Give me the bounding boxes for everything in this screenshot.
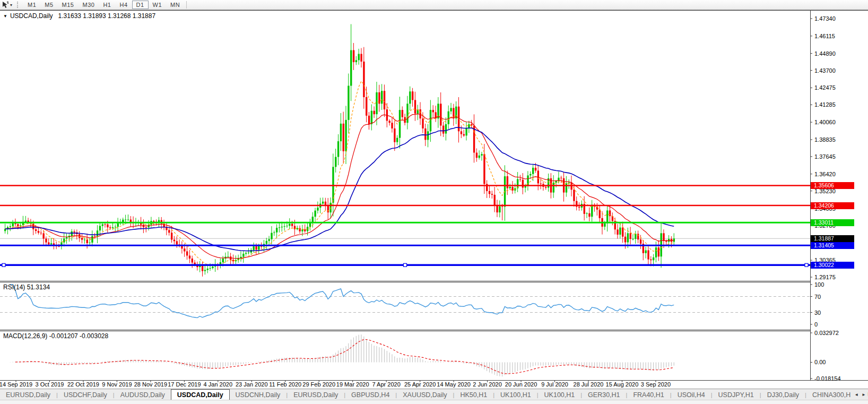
macd-panel[interactable] — [10, 334, 674, 376]
chart-tab-usoil-h4[interactable]: USOil,H4 — [672, 389, 711, 400]
chart-tab-eurusd-daily[interactable]: EURUSD,Daily — [288, 389, 344, 400]
rsi-line — [10, 285, 674, 318]
date-axis-label: 25 Apr 2020 — [404, 381, 436, 388]
chart-tab-fra40-h1[interactable]: FRA40,H1 — [627, 389, 670, 400]
date-axis-label: 4 Jan 2020 — [204, 381, 232, 388]
toolbar-grip[interactable] — [17, 2, 21, 8]
date-axis-label: 20 Jun 2020 — [505, 381, 537, 388]
price-level-badge-1-30022: 1.30022 — [811, 262, 854, 269]
status-strip — [0, 400, 868, 404]
chart-tab-dj30-daily[interactable]: DJ30,Daily — [761, 389, 805, 400]
panel-borders — [0, 10, 868, 382]
mt4-terminal: ▾ M1M5M15M30H1H4D1W1MN ▼USDCAD,Daily1.31… — [0, 0, 868, 404]
timeframe-button-w1[interactable]: W1 — [149, 1, 167, 9]
price-axis-tick: 1.37645 — [814, 153, 836, 160]
rsi-indicator-value: 51.3134 — [27, 283, 50, 291]
price-axis-tick: 1.46115 — [814, 33, 835, 39]
timeframe-button-m15[interactable]: M15 — [58, 1, 79, 9]
indicator-axis-tick: 100 — [814, 281, 824, 288]
chart-title-bar: ▼USDCAD,Daily1.31633 1.31893 1.31268 1.3… — [3, 12, 155, 20]
ma-line-8 — [5, 81, 674, 266]
timeframe-button-mn[interactable]: MN — [166, 1, 184, 9]
price-level-badge-1-31887: 1.31887 — [811, 235, 854, 242]
date-axis-label: 28 Jul 2020 — [574, 381, 604, 388]
price-axis-tick: 1.41285 — [814, 101, 836, 108]
indicator-axis-tick: 0.032972 — [814, 330, 839, 336]
tab-scroll-right-icon[interactable]: ► — [862, 392, 866, 397]
price-axis-tick: 1.44890 — [814, 50, 836, 57]
price-axis-tick: 1.42475 — [814, 84, 836, 91]
chart-tab-audusd-daily[interactable]: AUDUSD,Daily — [115, 389, 171, 400]
indicator-axis-tick: 0.00 — [814, 359, 826, 365]
date-axis-label: 15 Aug 2020 — [606, 381, 639, 388]
chart-tab-uk100-h1[interactable]: UK100,H1 — [539, 389, 581, 400]
date-axis-label: 14 May 2020 — [437, 381, 471, 388]
date-axis-label: 7 Apr 2020 — [372, 381, 401, 388]
date-axis-label: 2 Jun 2020 — [473, 381, 501, 388]
chart-canvas[interactable] — [0, 0, 868, 404]
timeframe-button-m5[interactable]: M5 — [40, 1, 57, 9]
cursor-arrow-icon — [2, 1, 9, 8]
rsi-panel-label: RSI(14) 51.3134 — [3, 283, 50, 291]
chart-tab-usdchf-daily[interactable]: USDCHF,Daily — [58, 389, 113, 400]
chart-tab-usdcad-daily[interactable]: USDCAD,Daily — [171, 389, 230, 400]
price-axis-tick: 1.47340 — [814, 15, 836, 22]
timeframe-button-group: M1M5M15M30H1H4D1W1MN — [23, 1, 184, 9]
chart-tab-eurusd-daily[interactable]: EURUSD,Daily — [0, 389, 56, 400]
tab-scroll-left-icon[interactable]: ◄ — [854, 392, 858, 397]
date-axis-label: 29 Feb 2020 — [302, 381, 335, 388]
toolbar-separator — [186, 1, 187, 8]
date-axis-label: 11 Feb 2020 — [269, 381, 301, 388]
macd-signal-line — [15, 340, 674, 374]
chart-cursor-tool-button[interactable]: ▾ — [0, 1, 14, 9]
chart-tab-xauusd-daily[interactable]: XAUUSD,Daily — [397, 389, 453, 400]
timeframe-button-m30[interactable]: M30 — [78, 1, 99, 9]
chart-tab-hk50-h1[interactable]: HK50,H1 — [454, 389, 493, 400]
date-axis-label: 19 Mar 2020 — [336, 381, 369, 388]
chart-tab-usdjpy-h1[interactable]: USDJPY,H1 — [713, 389, 760, 400]
date-axis-label: 3 Sep 2020 — [641, 381, 671, 388]
indicator-axis-tick: 30 — [814, 310, 821, 316]
date-axis-label: 9 Nov 2019 — [102, 381, 132, 388]
timeframe-button-h4[interactable]: H4 — [115, 1, 132, 9]
price-level-badge-1-34206: 1.34206 — [811, 202, 854, 209]
ma-line-45 — [5, 127, 674, 251]
horizontal-level-lines[interactable] — [0, 186, 810, 267]
indicator-axis-tick: 70 — [814, 294, 821, 300]
date-axis[interactable]: 14 Sep 20193 Oct 201922 Oct 20199 Nov 20… — [0, 381, 811, 388]
macd-histogram — [10, 334, 674, 376]
macd-indicator-values: -0.001207 -0.003028 — [49, 332, 108, 340]
rsi-indicator-name: RSI(14) — [3, 283, 25, 291]
chart-collapse-icon[interactable]: ▼ — [3, 14, 7, 19]
chart-tab-bar: EURUSD,Daily|USDCHF,Daily|AUDUSD,DailyUS… — [0, 389, 868, 400]
chart-tabs: EURUSD,Daily|USDCHF,Daily|AUDUSD,DailyUS… — [0, 389, 868, 400]
hline-selection-handle[interactable] — [805, 263, 808, 267]
date-axis-label: 17 Dec 2019 — [168, 381, 201, 388]
date-axis-label: 28 Nov 2019 — [134, 381, 167, 388]
tab-scroll-controls: ◄ ► — [851, 389, 866, 400]
hline-selection-handle[interactable] — [404, 263, 407, 267]
chart-tab-ger30-h1[interactable]: GER30,H1 — [582, 389, 626, 400]
timeframe-button-m1[interactable]: M1 — [23, 1, 40, 9]
price-axis-tick: 1.40060 — [814, 119, 836, 125]
chart-ohlc-values: 1.31633 1.31893 1.31268 1.31887 — [58, 12, 156, 20]
date-axis-label: 22 Oct 2019 — [67, 381, 99, 388]
chart-symbol-title: USDCAD,Daily — [10, 12, 53, 20]
chart-tab-uk100-h1[interactable]: UK100,H1 — [494, 389, 537, 400]
timeframe-button-h1[interactable]: H1 — [99, 1, 115, 9]
macd-panel-label: MACD(12,26,9) -0.001207 -0.003028 — [3, 332, 108, 340]
price-level-badge-1-35606: 1.35606 — [811, 182, 854, 189]
price-level-badge-1-33011: 1.33011 — [811, 219, 854, 226]
timeframe-button-d1[interactable]: D1 — [132, 1, 149, 9]
dropdown-caret-icon[interactable]: ▾ — [10, 3, 12, 7]
hline-selection-handle[interactable] — [2, 263, 5, 267]
price-axis[interactable]: 1.473401.461151.448901.437001.424751.412… — [811, 10, 868, 381]
chart-tab-gbpusd-h4[interactable]: GBPUSD,H4 — [345, 389, 395, 400]
price-axis-tick: 1.43700 — [814, 67, 836, 74]
price-axis-tick: 1.36420 — [814, 171, 836, 177]
chart-tab-usdcnh-daily[interactable]: USDCNH,Daily — [230, 389, 287, 400]
rsi-panel[interactable] — [0, 285, 810, 318]
price-level-badge-1-31405: 1.31405 — [811, 242, 854, 249]
macd-indicator-name: MACD(12,26,9) — [3, 332, 47, 340]
timeframes-toolbar: ▾ M1M5M15M30H1H4D1W1MN — [0, 0, 868, 10]
